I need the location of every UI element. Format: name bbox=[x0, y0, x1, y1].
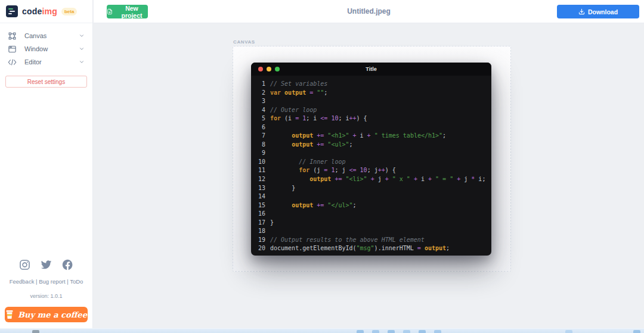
code-token: output bbox=[292, 202, 313, 208]
buy-me-a-coffee-button[interactable]: Buy me a coffee bbox=[5, 307, 88, 322]
document-title[interactable]: Untitled.jpeg bbox=[347, 7, 391, 15]
twitter-icon[interactable] bbox=[41, 259, 52, 270]
line-number: 6 bbox=[255, 123, 265, 132]
code-token: document.getElementById( bbox=[270, 245, 357, 251]
link-separator: | bbox=[66, 278, 70, 285]
code-token: "msg" bbox=[357, 245, 374, 251]
maximize-icon[interactable] bbox=[275, 67, 280, 71]
code-token: output bbox=[309, 176, 331, 182]
code-token: 10 bbox=[331, 115, 338, 122]
line-number: 12 bbox=[255, 175, 265, 184]
chevron-down-icon bbox=[79, 33, 85, 39]
code-token: ).innerHTML bbox=[374, 245, 417, 251]
facebook-icon[interactable] bbox=[62, 259, 73, 270]
beta-badge: beta bbox=[61, 8, 77, 15]
sidebar-item-label: Editor bbox=[24, 58, 79, 66]
footer-link-feedback[interactable]: Feedback bbox=[10, 278, 35, 285]
code-line: 19// Output results to the above HTML el… bbox=[255, 236, 487, 245]
chevron-down-icon bbox=[79, 46, 85, 52]
code-token: ; j bbox=[367, 167, 378, 173]
code-token: ++ bbox=[378, 167, 385, 173]
code-token: ; bbox=[353, 202, 357, 208]
code-line: 10 // Inner loop bbox=[255, 158, 487, 167]
minimize-icon[interactable] bbox=[267, 67, 271, 71]
canvas-label: CANVAS bbox=[233, 39, 255, 45]
new-project-label: New project bbox=[116, 5, 148, 19]
code-token: ; bbox=[349, 141, 352, 148]
code-line: 4// Outer loop bbox=[255, 106, 487, 115]
line-number: 7 bbox=[255, 132, 265, 141]
code-token: // Outer loop bbox=[270, 107, 317, 113]
code-token bbox=[270, 141, 292, 148]
canvas-area[interactable]: Title 1// Set variables2var output = "";… bbox=[233, 46, 511, 272]
code-token: } bbox=[270, 219, 274, 226]
app-name-secondary: img bbox=[42, 7, 57, 16]
window-title[interactable]: Title bbox=[366, 66, 376, 72]
code-token: i bbox=[417, 176, 428, 182]
footer-link-bug-report[interactable]: Bug report bbox=[39, 278, 65, 285]
instagram-icon[interactable] bbox=[19, 259, 30, 270]
line-number: 8 bbox=[255, 141, 265, 150]
sidebar-item-canvas[interactable]: Canvas bbox=[0, 29, 92, 42]
coffee-label: Buy me a coffee bbox=[18, 310, 87, 319]
footer-link-todo[interactable]: ToDo bbox=[70, 278, 83, 285]
sidebar-item-label: Canvas bbox=[24, 32, 79, 39]
code-token: output bbox=[425, 245, 446, 251]
code-token: (j bbox=[309, 167, 324, 173]
code-token: += bbox=[335, 176, 342, 182]
reset-settings-button[interactable]: Reset settings bbox=[5, 76, 87, 88]
code-line: 11 for (j = 1; j <= 10; j++) { bbox=[255, 166, 487, 175]
code-token: i bbox=[475, 176, 482, 182]
chevron-down-icon bbox=[79, 59, 85, 65]
code-token: ++ bbox=[349, 115, 357, 122]
code-token: ; i bbox=[306, 115, 320, 122]
app-logo[interactable]: codeimg beta bbox=[0, 0, 92, 23]
line-number: 13 bbox=[255, 184, 265, 193]
coffee-cup-icon bbox=[5, 310, 14, 319]
window-icon bbox=[8, 45, 17, 54]
code-token bbox=[270, 185, 292, 191]
code-line: 2var output = ""; bbox=[255, 89, 487, 98]
line-number: 10 bbox=[255, 158, 265, 167]
download-button[interactable]: Download bbox=[557, 5, 639, 18]
traffic-lights bbox=[258, 67, 280, 71]
sidebar-item-editor[interactable]: Editor bbox=[0, 55, 92, 69]
code-editor[interactable]: 1// Set variables2var output = "";34// O… bbox=[251, 76, 491, 256]
line-number: 19 bbox=[255, 236, 265, 245]
file-plus-icon bbox=[107, 8, 113, 15]
line-number: 9 bbox=[255, 149, 265, 158]
window-titlebar: Title bbox=[251, 63, 491, 76]
code-token: ; bbox=[482, 176, 485, 182]
code-token: ; i bbox=[338, 115, 349, 122]
codeimg-logo-icon bbox=[6, 5, 18, 17]
code-token: } bbox=[292, 185, 295, 191]
code-token: "</ul>" bbox=[327, 202, 352, 208]
taskbar[interactable] bbox=[0, 328, 644, 333]
code-line: 1// Set variables bbox=[255, 80, 487, 89]
sidebar-item-label: Window bbox=[24, 45, 79, 52]
close-icon[interactable] bbox=[258, 67, 263, 71]
code-token: for bbox=[299, 167, 309, 173]
code-token bbox=[270, 202, 292, 208]
sidebar-item-window[interactable]: Window bbox=[0, 42, 92, 55]
code-line: 7 output += "<h1>" + i + " times table</… bbox=[255, 132, 487, 141]
new-project-button[interactable]: New project bbox=[107, 5, 148, 18]
code-token: "<li>" bbox=[345, 176, 367, 182]
code-token: ; j bbox=[335, 167, 349, 173]
code-line: 13 } bbox=[255, 184, 487, 193]
code-token: // Output results to the above HTML elem… bbox=[270, 236, 425, 243]
sidebar-spacer bbox=[0, 88, 92, 259]
code-line: 14 bbox=[255, 192, 487, 201]
line-number: 15 bbox=[255, 201, 265, 210]
download-label: Download bbox=[588, 8, 618, 15]
code-token: j bbox=[460, 176, 471, 182]
line-number: 20 bbox=[255, 244, 265, 253]
app-name: codeimg bbox=[22, 7, 57, 16]
code-token: ; bbox=[324, 89, 327, 96]
code-token: <= bbox=[320, 115, 327, 122]
code-window[interactable]: Title 1// Set variables2var output = "";… bbox=[251, 63, 491, 256]
code-token: ) { bbox=[385, 167, 396, 173]
line-number: 18 bbox=[255, 227, 265, 236]
code-token: // Inner loop bbox=[299, 158, 345, 165]
code-token: ; bbox=[446, 245, 450, 251]
